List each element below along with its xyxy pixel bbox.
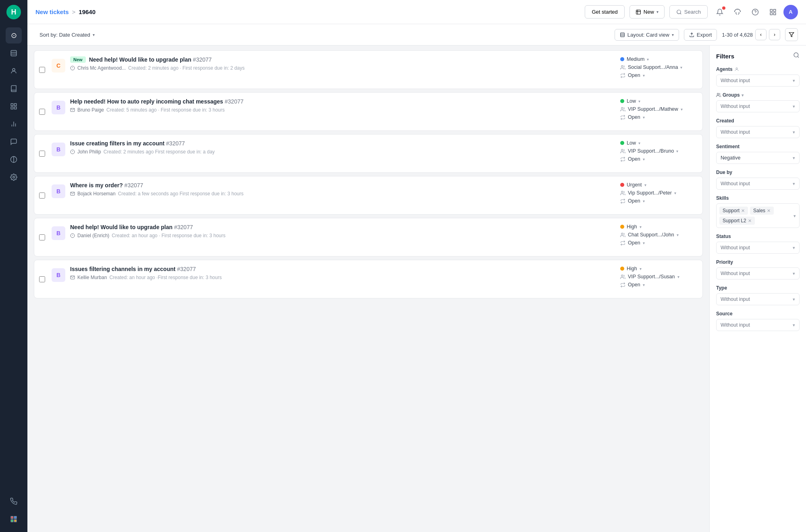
svg-rect-24: [770, 9, 772, 11]
sidebar-item-chat[interactable]: [6, 134, 22, 150]
sentiment-dropdown[interactable]: Negative ▾: [716, 152, 800, 164]
ticket-checkbox[interactable]: [34, 260, 50, 298]
ticket-checkbox[interactable]: [34, 93, 50, 130]
groups-dropdown[interactable]: Without input ▾: [716, 100, 800, 112]
search-icon: [676, 9, 682, 15]
export-button[interactable]: Export: [684, 29, 717, 41]
sidebar-item-grid[interactable]: [6, 511, 22, 527]
prev-page-button[interactable]: ‹: [755, 29, 767, 40]
team-chevron-icon: ▾: [680, 65, 682, 70]
user-avatar[interactable]: A: [783, 5, 798, 19]
ticket-select[interactable]: [39, 151, 45, 157]
remove-support-tag[interactable]: ✕: [741, 208, 745, 213]
ticket-avatar-wrap: B: [50, 135, 70, 172]
ticket-subject[interactable]: Need help! Would like to upgrade plan #3…: [89, 56, 212, 63]
status-chevron-icon: ▾: [793, 245, 795, 250]
ticket-status[interactable]: Open ▾: [620, 198, 696, 204]
sidebar-item-reports[interactable]: [6, 98, 22, 114]
ticket-select[interactable]: [39, 234, 45, 240]
priority-dot: [620, 141, 624, 145]
ticket-checkbox[interactable]: [34, 176, 50, 214]
ticket-select[interactable]: [39, 193, 45, 199]
search-button[interactable]: Search: [669, 5, 708, 19]
ticket-priority[interactable]: Medium ▾: [620, 56, 696, 62]
ticket-status[interactable]: Open ▾: [620, 282, 696, 288]
breadcrumb-link[interactable]: New tickets: [35, 8, 69, 15]
ticket-status[interactable]: Open ▾: [620, 156, 696, 162]
due-by-dropdown[interactable]: Without input ▾: [716, 178, 800, 190]
ticket-priority[interactable]: High ▾: [620, 266, 696, 271]
created-dropdown[interactable]: Without input ▾: [716, 126, 800, 138]
next-page-button[interactable]: ›: [769, 29, 780, 40]
ticket-title-row: Issue creating filters in my account #32…: [70, 140, 609, 147]
search-button-label: Search: [684, 9, 701, 15]
ticket-subject[interactable]: Need help! Would like to upgrade plan #3…: [70, 224, 193, 230]
ticket-checkbox[interactable]: [34, 135, 50, 172]
type-dropdown[interactable]: Without input ▾: [716, 293, 800, 305]
apps-button[interactable]: [766, 5, 780, 19]
filter-search-icon[interactable]: [793, 52, 800, 60]
ticket-meta-extra: Created: an hour ago ·First response due…: [109, 275, 222, 280]
ticket-right: Medium ▾ Social Support.../Anna ▾ Open ▾: [614, 51, 702, 89]
ticket-select[interactable]: [39, 276, 45, 282]
ticket-priority[interactable]: Low ▾: [620, 140, 696, 146]
layout-button[interactable]: Layout: Card view ▾: [615, 29, 679, 41]
ticket-subject[interactable]: Help needed! How to auto reply incoming …: [70, 98, 243, 105]
filter-button[interactable]: [785, 28, 798, 41]
priority-dot: [620, 99, 624, 103]
notifications-button[interactable]: [713, 5, 727, 19]
priority-label: Low: [627, 98, 636, 104]
sidebar-item-campaigns[interactable]: [6, 151, 22, 168]
ticket-subject[interactable]: Where is my order? #32077: [70, 182, 143, 188]
ticket-team[interactable]: Vip Support.../Peter ▾: [620, 190, 696, 196]
source-dropdown[interactable]: Without input ▾: [716, 319, 800, 331]
groups-chevron-icon: ▾: [742, 93, 744, 97]
filter-section-sentiment: Sentiment Negative ▾: [716, 144, 800, 164]
ticket-checkbox[interactable]: [34, 218, 50, 256]
ticket-status[interactable]: Open ▾: [620, 240, 696, 246]
ticket-meta-extra: Created: an hour ago · First response du…: [112, 233, 225, 238]
ticket-team[interactable]: Chat Support.../John ▾: [620, 232, 696, 238]
ticket-subject[interactable]: Issue creating filters in my account #32…: [70, 140, 185, 147]
ticket-priority[interactable]: Low ▾: [620, 98, 696, 104]
agents-dropdown[interactable]: Without input ▾: [716, 75, 800, 87]
ticket-team[interactable]: VIP Support.../Susan ▾: [620, 274, 696, 279]
agents-label: Agents: [716, 66, 800, 72]
ticket-status[interactable]: Open ▾: [620, 114, 696, 120]
ticket-priority[interactable]: High ▾: [620, 224, 696, 230]
filter-section-source: Source Without input ▾: [716, 311, 800, 331]
ticket-select[interactable]: [39, 67, 45, 73]
team-icon: [620, 274, 625, 279]
ticket-checkbox[interactable]: [34, 51, 50, 89]
sidebar-item-tickets[interactable]: [6, 45, 22, 61]
ticket-priority[interactable]: Urgent ▾: [620, 182, 696, 188]
help-button[interactable]: [748, 5, 762, 19]
remove-sales-tag[interactable]: ✕: [767, 208, 771, 213]
ticket-team[interactable]: VIP Support.../Bruno ▾: [620, 148, 696, 154]
sidebar-item-book[interactable]: [6, 81, 22, 97]
ticket-team[interactable]: VIP Support.../Mathew ▾: [620, 106, 696, 112]
skills-label: Skills: [716, 195, 800, 201]
megaphone-button[interactable]: [730, 5, 745, 19]
sidebar-item-phone[interactable]: [6, 493, 22, 509]
new-button[interactable]: New ▾: [629, 5, 665, 19]
status-dropdown[interactable]: Without input ▾: [716, 242, 800, 254]
meta-ticket-icon: [70, 66, 75, 70]
ticket-status[interactable]: Open ▾: [620, 72, 696, 78]
ticket-subject[interactable]: Issues filtering channels in my account …: [70, 266, 196, 272]
header-icons: A: [713, 5, 798, 19]
breadcrumb-current: 19640: [79, 8, 96, 15]
sidebar-item-dashboard[interactable]: ⊙: [6, 27, 22, 43]
priority-dropdown[interactable]: Without input ▾: [716, 267, 800, 279]
get-started-button[interactable]: Get started: [585, 5, 624, 19]
sidebar-item-contacts[interactable]: [6, 63, 22, 79]
ticket-team[interactable]: Social Support.../Anna ▾: [620, 64, 696, 70]
source-chevron-icon: ▾: [793, 323, 795, 328]
sidebar-item-settings[interactable]: [6, 169, 22, 185]
ticket-select[interactable]: [39, 109, 45, 115]
sort-button[interactable]: Sort by: Date Created ▾: [35, 29, 99, 40]
ticket-avatar-wrap: C: [50, 51, 70, 89]
remove-support-l2-tag[interactable]: ✕: [748, 218, 752, 224]
sidebar-item-analytics[interactable]: [6, 116, 22, 132]
status-icon: [620, 157, 625, 162]
